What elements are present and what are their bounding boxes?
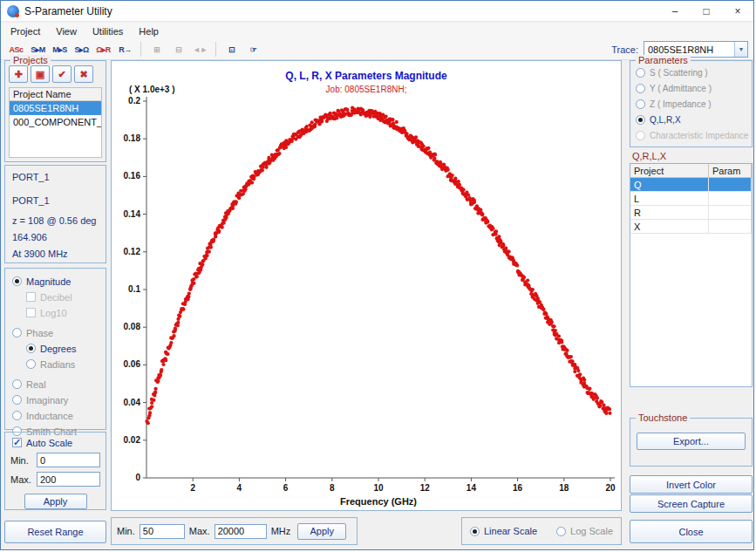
reset-range-button[interactable]: Reset Range: [4, 521, 106, 543]
chart-canvas[interactable]: 00.020.040.060.080.10.120.140.160.180.22…: [112, 61, 621, 510]
display-option-inductance[interactable]: Inductance: [5, 410, 106, 421]
axis-scale-option-log-scale[interactable]: Log Scale: [556, 526, 613, 537]
info-line: PORT_1: [12, 195, 106, 206]
svg-text:0: 0: [135, 473, 140, 482]
option-label: Magnitude: [26, 276, 71, 287]
param-table-header-row: ProjectParam: [630, 164, 752, 178]
minimize-button[interactable]: –: [659, 1, 691, 21]
trace-value: 0805SE1R8NH: [644, 44, 734, 55]
display-option-phase[interactable]: Phase: [5, 327, 106, 338]
svg-text:6: 6: [283, 483, 289, 493]
parameter-option-characteristic-impedance: Characteristic Impedance: [630, 129, 752, 141]
maximize-button[interactable]: □: [691, 1, 722, 21]
parameter-option-y-admittance[interactable]: Y ( Admittance ): [630, 82, 752, 94]
svg-text:8: 8: [330, 483, 335, 493]
frequency-range-bar: Min. Max. MHz Apply: [111, 517, 358, 545]
export-button[interactable]: Export...: [637, 433, 746, 450]
option-label: Real: [26, 379, 46, 390]
chart-job-subtitle: Job: 0805SE1R8NH;: [112, 85, 621, 94]
display-option-real[interactable]: Real: [5, 378, 106, 390]
invert-color-button[interactable]: Invert Color: [630, 475, 753, 494]
axis-scale-bar: Linear ScaleLog Scale: [461, 517, 622, 545]
qlrx-section-label: Q,R,L,X: [632, 151, 666, 161]
freq-min-input[interactable]: [140, 524, 185, 539]
svg-text:0.12: 0.12: [124, 247, 141, 256]
scale-panel: Auto Scale Min. Max. Apply: [4, 432, 106, 510]
project-row[interactable]: 0805SE1R8NH: [10, 101, 101, 115]
radio-icon: [26, 344, 36, 353]
trace-label: Trace:: [611, 44, 638, 55]
param-table-row[interactable]: L: [630, 192, 752, 206]
option-label: Z ( Impedance ): [650, 99, 712, 109]
param-cell-project: Q: [630, 178, 709, 191]
param-table-header[interactable]: Project: [630, 164, 709, 177]
close-window-button[interactable]: ×: [722, 1, 753, 21]
scale-apply-button[interactable]: Apply: [24, 494, 87, 509]
menu-item-project[interactable]: Project: [3, 24, 48, 38]
y-axis-multiplier-label: ( X 1.0e+3 ): [129, 85, 175, 94]
svg-text:0.04: 0.04: [124, 398, 141, 407]
param-cell-param: [709, 192, 752, 205]
impedance-to-r-icon[interactable]: Ω▸R: [93, 41, 113, 58]
param-table-row[interactable]: Q: [630, 178, 752, 192]
radio-icon: [26, 359, 36, 369]
mag-to-s-icon[interactable]: M▸S: [50, 41, 70, 58]
freq-apply-button[interactable]: Apply: [297, 523, 346, 540]
parameter-option-q-l-r-x[interactable]: Q,L,R,X: [630, 113, 752, 126]
svg-text:0.02: 0.02: [124, 435, 141, 445]
freq-max-input[interactable]: [215, 524, 267, 539]
radio-icon: [636, 99, 645, 109]
scale-max-input[interactable]: [37, 472, 100, 487]
add-project-button[interactable]: ✚: [9, 65, 28, 83]
copy-project-button[interactable]: ▣: [31, 65, 50, 83]
project-row[interactable]: 000_COMPONENT_D..: [10, 115, 101, 129]
menu-item-help[interactable]: Help: [131, 24, 167, 38]
radio-icon: [12, 395, 22, 405]
r-export-icon[interactable]: R→: [115, 41, 135, 58]
parameter-option-z-impedance[interactable]: Z ( Impedance ): [630, 98, 752, 110]
confirm-project-button[interactable]: ✔: [52, 65, 72, 83]
param-table-row[interactable]: X: [630, 220, 752, 234]
pan-hand-icon[interactable]: ☞: [243, 41, 263, 58]
delete-project-button[interactable]: ✖: [74, 65, 93, 83]
projects-list: Project Name 0805SE1R8NH000_COMPONENT_D.…: [9, 87, 102, 158]
display-option-imaginary[interactable]: Imaginary: [5, 394, 106, 405]
param-table-header[interactable]: Param: [709, 164, 752, 177]
marker-arrows-icon[interactable]: ◄►: [190, 41, 210, 58]
display-option-magnitude[interactable]: Magnitude: [5, 276, 106, 287]
chart-title: Q, L, R, X Parameters Magnitude: [112, 70, 621, 82]
radio-icon: [636, 131, 645, 140]
axis-scale-option-linear-scale[interactable]: Linear Scale: [470, 526, 537, 537]
chevron-down-icon[interactable]: ▼: [734, 42, 747, 57]
menu-item-utilities[interactable]: Utilities: [85, 24, 131, 38]
table-add-icon[interactable]: ⊞: [146, 41, 167, 58]
svg-text:0.16: 0.16: [124, 171, 141, 181]
zoom-select-icon[interactable]: ⊡: [221, 41, 242, 58]
table-remove-icon[interactable]: ⊟: [168, 41, 188, 58]
project-name-column-header[interactable]: Project Name: [10, 88, 101, 101]
port-info-panel: PORT_1PORT_1z = 108 @ 0.56 deg164.906At …: [4, 165, 106, 263]
projects-group-label: Projects: [10, 55, 51, 65]
display-option-radians[interactable]: Radians: [5, 358, 106, 370]
param-table-row[interactable]: R: [630, 206, 752, 220]
auto-scale-option[interactable]: Auto Scale: [5, 437, 106, 448]
menu-bar: ProjectViewUtilitiesHelp: [1, 23, 753, 39]
svg-text:0.08: 0.08: [124, 322, 141, 331]
auto-scale-label: Auto Scale: [26, 438, 72, 448]
close-button[interactable]: Close: [630, 520, 753, 543]
s-to-impedance-icon[interactable]: S▸Ω: [72, 41, 92, 58]
scale-min-row: Min.: [10, 453, 100, 467]
option-label: Q,L,R,X: [650, 115, 681, 125]
svg-text:12: 12: [420, 483, 431, 493]
screen-capture-button[interactable]: Screen Capture: [630, 494, 753, 513]
display-option-degrees[interactable]: Degrees: [5, 343, 106, 354]
menu-item-view[interactable]: View: [48, 24, 85, 38]
radio-icon: [12, 276, 22, 286]
radio-icon: [12, 379, 22, 389]
option-label: Y ( Admittance ): [650, 84, 712, 93]
project-rows: 0805SE1R8NH000_COMPONENT_D..: [10, 101, 101, 129]
chart-area: 00.020.040.060.080.10.120.140.160.180.22…: [111, 60, 622, 511]
option-label: Imaginary: [26, 395, 68, 405]
scale-min-input[interactable]: [37, 453, 100, 467]
parameter-option-s-scattering[interactable]: S ( Scattering ): [630, 66, 752, 78]
